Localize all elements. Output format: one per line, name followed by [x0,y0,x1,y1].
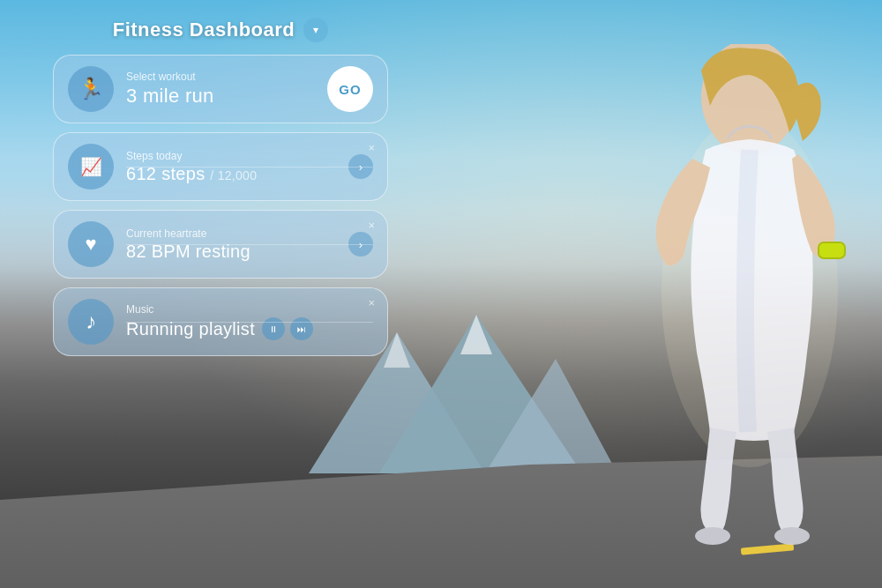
workout-icon-circle: 🏃 [68,66,114,112]
dropdown-button[interactable]: ▾ [303,18,328,42]
runner-figure [520,44,856,555]
pause-button[interactable]: ⏸ [262,317,285,340]
svg-rect-7 [818,242,845,258]
steps-content: Steps today 612 steps / 12,000 [126,150,336,184]
steps-close-button[interactable]: × [368,142,375,153]
music-label: Music [126,303,373,316]
workout-value: 3 mile run [126,85,315,108]
music-value-row: Running playlist ⏸ ⏭ [126,317,373,340]
steps-card: 📈 Steps today 612 steps / 12,000 × › [53,132,388,201]
heartrate-content: Current heartrate 82 BPM resting [126,227,336,262]
steps-icon-circle: 📈 [68,144,114,190]
svg-point-9 [774,527,810,545]
svg-point-8 [695,527,730,545]
workout-card: 🏃 Select workout 3 mile run GO [53,55,388,123]
dashboard-header: Fitness Dashboard ▾ [53,18,388,42]
dashboard-title: Fitness Dashboard [113,19,295,41]
workout-label: Select workout [126,71,315,83]
music-card: ♪ Music Running playlist ⏸ ⏭ × [53,287,388,356]
steps-icon: 📈 [80,156,102,177]
go-button[interactable]: GO [327,66,373,112]
skip-button[interactable]: ⏭ [290,317,313,340]
steps-label: Steps today [126,150,336,162]
run-icon: 🏃 [78,77,104,101]
dashboard: Fitness Dashboard ▾ 🏃 Select workout 3 m… [53,18,388,365]
workout-content: Select workout 3 mile run [126,71,315,108]
music-divider [126,322,373,323]
heart-icon: ♥ [85,233,96,256]
music-icon-circle: ♪ [68,299,114,345]
heartrate-icon-circle: ♥ [68,221,114,267]
music-close-button[interactable]: × [368,297,375,309]
music-content: Music Running playlist ⏸ ⏭ [126,303,373,340]
heartrate-divider [126,244,373,245]
steps-divider [126,167,373,167]
heartrate-card: ♥ Current heartrate 82 BPM resting × › [53,210,388,279]
heartrate-label: Current heartrate [126,227,336,240]
music-controls: ⏸ ⏭ [262,317,313,340]
music-note-icon: ♪ [86,309,96,334]
heartrate-close-button[interactable]: × [368,220,375,231]
